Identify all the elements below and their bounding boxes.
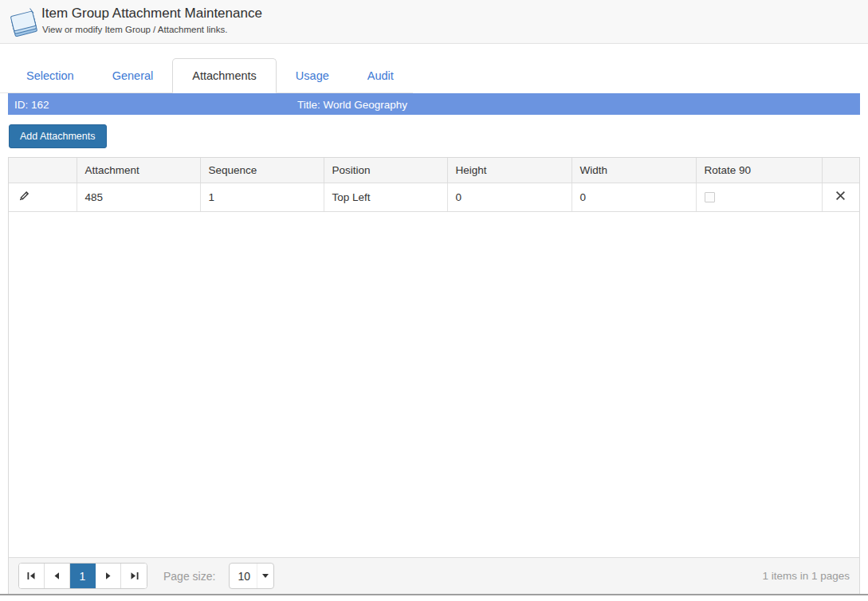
last-page-icon (130, 572, 139, 580)
next-page-icon (104, 572, 112, 580)
page-bottom-divider (0, 594, 868, 595)
tab-audit[interactable]: Audit (348, 58, 413, 92)
attachments-grid: Attachment Sequence Position Height Widt… (8, 157, 860, 595)
page-size-label: Page size: (163, 570, 215, 583)
col-position: Position (324, 158, 447, 183)
col-height: Height (447, 158, 571, 183)
cell-height: 0 (447, 183, 571, 211)
stacked-pages-icon (6, 3, 40, 41)
dropdown-caret-icon (257, 564, 273, 588)
page-size-dropdown[interactable]: 10 (229, 563, 274, 589)
delete-icon[interactable] (835, 191, 846, 201)
record-id: ID: 162 (14, 98, 49, 110)
cell-attachment: 485 (77, 183, 200, 211)
next-page-button[interactable] (96, 564, 121, 588)
prev-page-button[interactable] (45, 564, 70, 588)
pager-buttons: 1 (18, 563, 147, 589)
col-width: Width (571, 158, 696, 183)
table-row: 485 1 Top Left 0 0 (9, 183, 859, 211)
tab-usage[interactable]: Usage (277, 58, 348, 92)
tab-attachments[interactable]: Attachments (172, 58, 277, 93)
tab-general[interactable]: General (93, 58, 173, 92)
table-header-row: Attachment Sequence Position Height Widt… (9, 158, 859, 183)
col-delete (822, 158, 859, 183)
attachments-table: Attachment Sequence Position Height Widt… (9, 158, 859, 212)
record-title: Title: World Geography (297, 98, 407, 110)
first-page-icon (27, 572, 36, 580)
tab-selection[interactable]: Selection (7, 58, 93, 92)
edit-icon[interactable] (18, 190, 30, 202)
prev-page-icon (53, 572, 61, 580)
first-page-button[interactable] (19, 564, 45, 588)
col-sequence: Sequence (200, 158, 324, 183)
pager-summary: 1 items in 1 pages (762, 570, 850, 582)
grid-pager: 1 Page size: 10 1 items in 1 pages (9, 557, 859, 594)
page-subtitle: View or modify Item Group / Attachment l… (42, 25, 227, 34)
page-size-value: 10 (230, 570, 257, 583)
tab-strip: Selection General Attachments Usage Audi… (0, 58, 413, 93)
record-header-bar: ID: 162 Title: World Geography (8, 93, 860, 115)
col-attachment: Attachment (77, 158, 200, 183)
col-edit (9, 158, 77, 183)
page-title: Item Group Attachment Maintenance (41, 6, 262, 22)
last-page-button[interactable] (121, 564, 147, 588)
col-rotate90: Rotate 90 (696, 158, 822, 183)
rotate90-checkbox[interactable] (705, 192, 715, 202)
app-header: Item Group Attachment Maintenance View o… (0, 0, 868, 44)
cell-width: 0 (571, 183, 696, 211)
cell-position: Top Left (324, 183, 447, 211)
cell-sequence: 1 (200, 183, 324, 211)
page-number-button[interactable]: 1 (70, 564, 96, 588)
add-attachments-button[interactable]: Add Attachments (9, 124, 107, 148)
